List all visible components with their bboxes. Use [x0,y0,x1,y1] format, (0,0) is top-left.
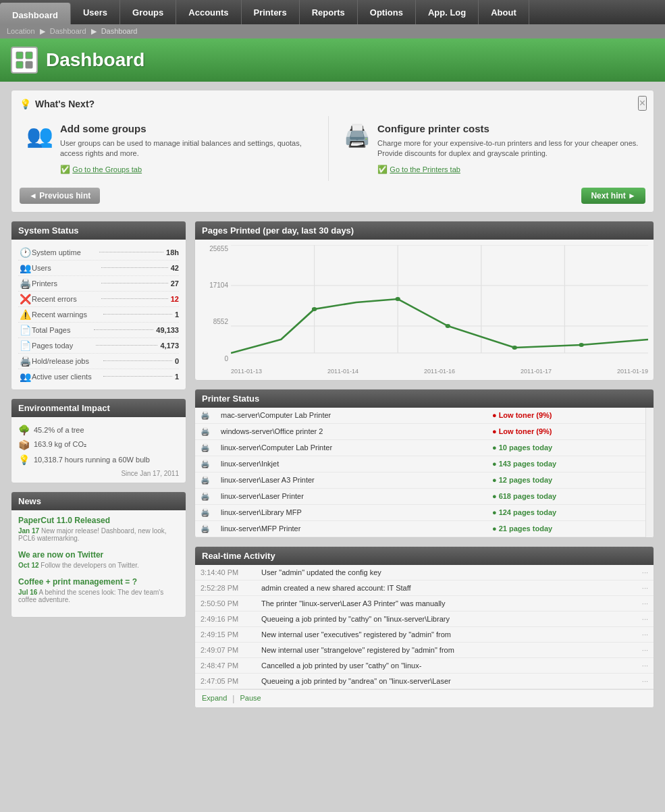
status-row: 📄 Pages today 4,173 [18,338,179,354]
hint-card-1-title: Add some groups [60,123,321,134]
groups-tab-link[interactable]: Go to the Groups tab [72,165,142,173]
status-icon-0: 🕐 [18,247,32,258]
main-two-col: System Status 🕐 System uptime 18h 👥 User… [11,221,654,716]
printer-row: 🖨️ windows-server\Office printer 2 ● Low… [195,423,654,439]
status-row: 📄 Total Pages 49,133 [18,323,179,338]
svg-point-13 [395,297,400,301]
nav-tab-printers[interactable]: Printers [242,0,300,24]
main-content: 💡 What's Next? × 👥 Add some groups User … [0,82,665,732]
news-link[interactable]: Coffee + print management = ? [18,577,179,587]
news-body: PaperCut 11.0 Released Jan 17 New major … [11,510,186,617]
news-link[interactable]: We are now on Twitter [18,550,179,560]
env-row: 💡10,318.7 hours running a 60W bulb [18,452,179,467]
status-icon-4: ⚠️ [18,309,32,320]
prev-hint-button[interactable]: ◄ Previous hint [20,188,100,204]
chart-x-axis: 2011-01-13 2011-01-14 2011-01-16 2011-01… [231,368,648,375]
expand-link[interactable]: Expand [202,694,227,703]
status-row: 🕐 System uptime 18h [18,245,179,261]
scrollbar[interactable] [645,408,654,537]
dashboard-icon [11,47,38,74]
whats-next-title: 💡 What's Next? [20,99,645,109]
printer-status-header: Printer Status [195,389,654,408]
hint-cards: 👥 Add some groups User groups can be use… [20,116,645,181]
nav-tab-reports[interactable]: Reports [300,0,358,24]
hint-navigation: ◄ Previous hint Next hint ► [20,188,645,204]
svg-point-16 [579,343,583,347]
printer-row: 🖨️ linux-server\MFP Printer ● 21 pages t… [195,520,654,537]
status-row: 🖨️ Printers 27 [18,276,179,292]
printer-icon: 🖨️ [201,427,210,435]
printer-row: 🖨️ linux-server\Laser Printer ● 618 page… [195,488,654,504]
nav-tab-dashboard[interactable]: Dashboard [0,3,71,24]
breadcrumb: Location ▶ Dashboard ▶ Dashboard [0,24,665,38]
chart-header: Pages Printed (per day, last 30 days) [195,221,654,240]
activity-row: 2:47:05 PM Queueing a job printed by "an… [195,673,654,688]
status-row: ❌ Recent errors 12 [18,292,179,307]
svg-point-15 [512,346,517,350]
nav-tab-groups[interactable]: Groups [120,0,176,24]
status-row: 👥 Users 42 [18,261,179,276]
whats-next-panel: 💡 What's Next? × 👥 Add some groups User … [11,90,654,213]
activity-row: 2:50:50 PM The printer "linux-server\Las… [195,595,654,611]
hint-card-1-desc: User groups can be used to manage initia… [60,138,321,159]
chart-y-axis: 25655 17104 8552 0 [201,245,231,375]
nav-tab-about[interactable]: About [479,0,529,24]
printer-row: 🖨️ linux-server\Library MFP ● 124 pages … [195,504,654,520]
pause-link[interactable]: Pause [240,694,261,703]
next-hint-button[interactable]: Next hint ► [581,188,645,204]
printer-row: 🖨️ mac-server\Computer Lab Printer ● Low… [195,408,654,424]
breadcrumb-dashboard1[interactable]: Dashboard [50,27,86,35]
chart-area: 2011-01-13 2011-01-14 2011-01-16 2011-01… [231,245,648,375]
printer-status-scroll[interactable]: 🖨️ mac-server\Computer Lab Printer ● Low… [195,408,654,537]
svg-rect-1 [26,52,32,59]
hint-card-2-desc: Charge more for your expensive-to-run pr… [377,138,639,159]
status-icon-5: 📄 [18,325,32,335]
svg-rect-3 [26,61,32,68]
news-link[interactable]: PaperCut 11.0 Released [18,516,179,525]
realtime-header: Real-time Activity [195,547,654,565]
activity-row: 2:48:47 PM Cancelled a job printed by us… [195,657,654,673]
env-impact-body: 🌳45.2% of a tree📦163.9 kg of CO₂💡10,318.… [11,417,186,483]
status-icon-1: 👥 [18,263,32,273]
activity-table: 3:14:40 PM User "admin" updated the conf… [195,565,654,689]
news-item: We are now on Twitter Oct 12 Follow the … [18,550,179,569]
svg-point-14 [446,324,450,328]
system-status-panel: System Status 🕐 System uptime 18h 👥 User… [11,221,186,390]
printer-icon: 🖨️ [201,443,210,452]
right-column: Pages Printed (per day, last 30 days) 25… [194,221,654,716]
printer-icon: 🖨️ [201,411,210,419]
groups-icon: 👥 [26,123,53,148]
printers-tab-link[interactable]: Go to the Printers tab [390,165,460,173]
printer-icon: 🖨️ [201,460,210,468]
nav-tab-options[interactable]: Options [358,0,416,24]
close-button[interactable]: × [638,96,647,111]
activity-footer: Expand | Pause [195,689,654,707]
chart-panel: Pages Printed (per day, last 30 days) 25… [194,221,654,381]
activity-row: 2:49:15 PM New internal user "executives… [195,626,654,642]
printer-table: 🖨️ mac-server\Computer Lab Printer ● Low… [195,408,654,537]
status-icon-3: ❌ [18,294,32,304]
printer-row: 🖨️ linux-server\Laser A3 Printer ● 12 pa… [195,472,654,488]
status-row: 👥 Active user clients 1 [18,369,179,384]
status-row: 🖨️ Hold/release jobs 0 [18,354,179,369]
printer-status-panel: Printer Status 🖨️ mac-server\Computer La… [194,389,654,538]
env-impact-panel: Environmental Impact 🌳45.2% of a tree📦16… [11,398,186,483]
printer-icon: 🖨️ [201,492,210,500]
nav-tab-applog[interactable]: App. Log [416,0,479,24]
activity-row: 3:14:40 PM User "admin" updated the conf… [195,565,654,580]
env-impact-header: Environmental Impact [11,399,186,417]
svg-rect-0 [16,52,23,59]
status-icon-2: 🖨️ [18,278,32,289]
nav-tab-accounts[interactable]: Accounts [176,0,241,24]
printer-row: 🖨️ linux-server\Inkjet ● 143 pages today [195,456,654,472]
printer-icon: 🖨️ [201,524,210,533]
nav-tab-users[interactable]: Users [71,0,120,24]
status-icon-7: 🖨️ [18,356,32,367]
activity-row: 2:49:07 PM New internal user "strangelov… [195,642,654,657]
status-icon-8: 👥 [18,371,32,382]
realtime-scroll[interactable]: 3:14:40 PM User "admin" updated the conf… [195,565,654,689]
hint-card-2-title: Configure printer costs [377,123,639,134]
chart-body: 25655 17104 8552 0 [195,240,654,380]
news-item: Coffee + print management = ? Jul 16 A b… [18,577,179,603]
breadcrumb-location[interactable]: Location [7,27,35,35]
